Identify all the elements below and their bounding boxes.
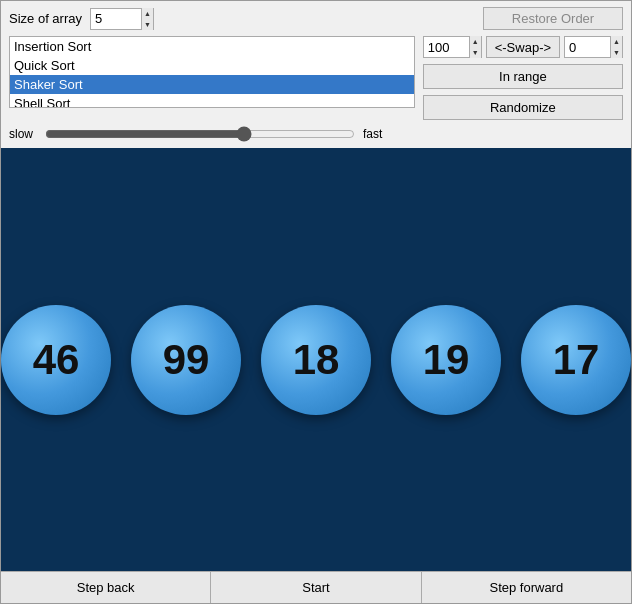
algorithm-item[interactable]: Insertion Sort: [10, 37, 414, 56]
left-spinner: ▲ ▼: [469, 36, 481, 58]
right-up-button[interactable]: ▲: [611, 36, 622, 47]
step-back-button[interactable]: Step back: [1, 572, 211, 603]
size-input-wrapper: ▲ ▼: [90, 8, 154, 30]
randomize-button[interactable]: Randomize: [423, 95, 623, 120]
size-input[interactable]: [91, 9, 141, 29]
start-button[interactable]: Start: [211, 572, 421, 603]
ball: 18: [261, 305, 371, 415]
right-down-button[interactable]: ▼: [611, 47, 622, 58]
algorithm-list: Insertion SortQuick SortShaker SortShell…: [9, 36, 415, 108]
restore-order-button[interactable]: Restore Order: [483, 7, 623, 30]
swap-button[interactable]: <-Swap->: [486, 36, 560, 58]
algorithm-list-items: Insertion SortQuick SortShaker SortShell…: [10, 37, 414, 108]
bottom-buttons: Step back Start Step forward: [1, 571, 631, 603]
canvas-area: 4699181917: [1, 148, 631, 571]
ball: 19: [391, 305, 501, 415]
left-up-button[interactable]: ▲: [470, 36, 481, 47]
top-controls: Size of array ▲ ▼ Restore Order: [1, 1, 631, 36]
right-value-wrapper: ▲ ▼: [564, 36, 623, 58]
swap-right-input[interactable]: [565, 37, 610, 57]
main-container: Size of array ▲ ▼ Restore Order Insertio…: [0, 0, 632, 604]
middle-row: Insertion SortQuick SortShaker SortShell…: [1, 36, 631, 124]
algorithm-item[interactable]: Shaker Sort: [10, 75, 414, 94]
swap-row: ▲ ▼ <-Swap-> ▲ ▼: [423, 36, 623, 58]
algorithm-item[interactable]: Shell Sort: [10, 94, 414, 108]
left-down-button[interactable]: ▼: [470, 47, 481, 58]
ball: 46: [1, 305, 111, 415]
size-down-button[interactable]: ▼: [142, 19, 153, 30]
swap-left-input[interactable]: [424, 37, 469, 57]
ball: 99: [131, 305, 241, 415]
speed-slider[interactable]: [45, 126, 355, 142]
slow-label: slow: [9, 127, 37, 141]
in-range-button[interactable]: In range: [423, 64, 623, 89]
fast-label: fast: [363, 127, 382, 141]
algorithm-item[interactable]: Quick Sort: [10, 56, 414, 75]
size-label: Size of array: [9, 11, 82, 26]
ball: 17: [521, 305, 631, 415]
left-value-wrapper: ▲ ▼: [423, 36, 482, 58]
speed-row: slow fast: [1, 124, 631, 148]
right-controls: ▲ ▼ <-Swap-> ▲ ▼ In range Randomize: [423, 36, 623, 120]
size-up-button[interactable]: ▲: [142, 8, 153, 19]
right-spinner: ▲ ▼: [610, 36, 622, 58]
size-spinner: ▲ ▼: [141, 8, 153, 30]
step-forward-button[interactable]: Step forward: [422, 572, 631, 603]
